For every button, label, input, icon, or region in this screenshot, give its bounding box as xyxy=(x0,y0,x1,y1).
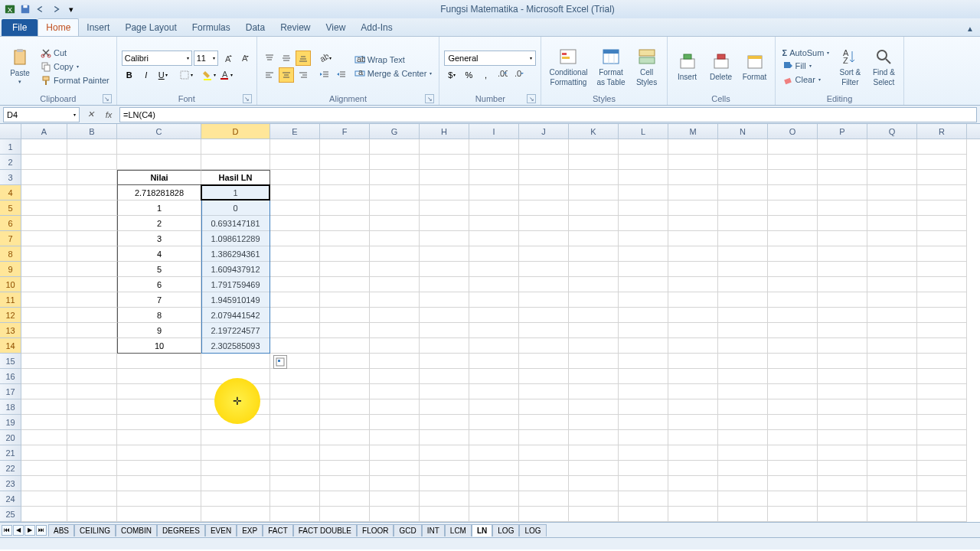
cell-O6[interactable] xyxy=(768,216,818,231)
cell-H5[interactable] xyxy=(420,201,469,216)
cell-R5[interactable] xyxy=(917,201,967,216)
cell-A10[interactable] xyxy=(21,277,67,292)
cell-A17[interactable] xyxy=(21,384,67,399)
cell-L19[interactable] xyxy=(619,415,668,430)
cell-G11[interactable] xyxy=(370,292,420,308)
cell-F4[interactable] xyxy=(320,185,370,201)
clear-button[interactable]: Clear▾ xyxy=(780,73,832,86)
sort-filter-button[interactable]: AZSort &Filter xyxy=(835,39,865,93)
cell-E8[interactable] xyxy=(270,246,320,262)
cell-J2[interactable] xyxy=(519,155,569,170)
cell-D1[interactable] xyxy=(201,139,270,155)
cell-N8[interactable] xyxy=(718,246,768,262)
cell-E6[interactable] xyxy=(270,216,320,231)
cell-N12[interactable] xyxy=(718,308,768,323)
cell-C8[interactable]: 4 xyxy=(117,246,201,262)
row-header-7[interactable]: 7 xyxy=(0,231,21,246)
increase-decimal-icon[interactable]: .00 xyxy=(495,67,510,83)
cell-E3[interactable] xyxy=(270,170,320,185)
cell-G17[interactable] xyxy=(370,384,420,399)
cell-K24[interactable] xyxy=(569,491,619,507)
col-header-G[interactable]: G xyxy=(370,124,420,139)
cell-H19[interactable] xyxy=(420,415,469,430)
cell-I16[interactable] xyxy=(469,369,519,384)
sheet-tab-exp[interactable]: EXP xyxy=(237,524,263,536)
cell-M24[interactable] xyxy=(668,491,718,507)
cell-E5[interactable] xyxy=(270,201,320,216)
cell-B18[interactable] xyxy=(67,399,117,415)
cell-D8[interactable]: 1.386294361 xyxy=(201,246,270,262)
cell-C20[interactable] xyxy=(117,430,201,445)
cell-R17[interactable] xyxy=(917,384,967,399)
cell-K19[interactable] xyxy=(569,415,619,430)
cell-G8[interactable] xyxy=(370,246,420,262)
cell-J21[interactable] xyxy=(519,445,569,461)
cell-B21[interactable] xyxy=(67,445,117,461)
cell-J11[interactable] xyxy=(519,292,569,308)
cell-B17[interactable] xyxy=(67,384,117,399)
cell-M19[interactable] xyxy=(668,415,718,430)
cell-R23[interactable] xyxy=(917,476,967,491)
cell-Q2[interactable] xyxy=(867,155,917,170)
align-bottom-icon[interactable] xyxy=(296,51,311,66)
cell-Q14[interactable] xyxy=(867,338,917,354)
tab-formulas[interactable]: Formulas xyxy=(185,19,238,36)
cell-N5[interactable] xyxy=(718,201,768,216)
cell-M9[interactable] xyxy=(668,262,718,277)
sheet-tab-ln[interactable]: LN xyxy=(472,524,492,536)
cell-N9[interactable] xyxy=(718,262,768,277)
cell-P3[interactable] xyxy=(818,170,867,185)
cell-P22[interactable] xyxy=(818,461,867,476)
cell-P9[interactable] xyxy=(818,262,867,277)
cell-I7[interactable] xyxy=(469,231,519,246)
cell-N21[interactable] xyxy=(718,445,768,461)
cell-M13[interactable] xyxy=(668,323,718,338)
qat-customize-icon[interactable]: ▾ xyxy=(64,2,78,16)
tab-addins[interactable]: Add-Ins xyxy=(353,19,400,36)
wrap-text-button[interactable]: abWrap Text xyxy=(352,54,435,66)
cell-F20[interactable] xyxy=(320,430,370,445)
cell-I21[interactable] xyxy=(469,445,519,461)
cell-G12[interactable] xyxy=(370,308,420,323)
cell-J20[interactable] xyxy=(519,430,569,445)
col-header-R[interactable]: R xyxy=(917,124,967,139)
row-header-2[interactable]: 2 xyxy=(0,155,21,170)
cell-N15[interactable] xyxy=(718,354,768,369)
cell-B16[interactable] xyxy=(67,369,117,384)
cell-A9[interactable] xyxy=(21,262,67,277)
cell-P14[interactable] xyxy=(818,338,867,354)
col-header-K[interactable]: K xyxy=(569,124,619,139)
cell-C12[interactable]: 8 xyxy=(117,308,201,323)
cell-Q17[interactable] xyxy=(867,384,917,399)
cell-O20[interactable] xyxy=(768,430,818,445)
row-header-9[interactable]: 9 xyxy=(0,262,21,277)
sheet-tab-int[interactable]: INT xyxy=(422,524,445,536)
cell-O23[interactable] xyxy=(768,476,818,491)
cell-M15[interactable] xyxy=(668,354,718,369)
cell-O18[interactable] xyxy=(768,399,818,415)
cell-J6[interactable] xyxy=(519,216,569,231)
cell-E24[interactable] xyxy=(270,491,320,507)
cell-I5[interactable] xyxy=(469,201,519,216)
cell-K15[interactable] xyxy=(569,354,619,369)
row-header-21[interactable]: 21 xyxy=(0,445,21,461)
cell-G13[interactable] xyxy=(370,323,420,338)
cell-H2[interactable] xyxy=(420,155,469,170)
cell-L21[interactable] xyxy=(619,445,668,461)
cell-H10[interactable] xyxy=(420,277,469,292)
row-header-22[interactable]: 22 xyxy=(0,461,21,476)
col-header-F[interactable]: F xyxy=(320,124,370,139)
autofill-options-icon[interactable] xyxy=(273,355,287,369)
cell-A4[interactable] xyxy=(21,185,67,201)
delete-cells-button[interactable]: Delete xyxy=(706,39,737,93)
cell-Q12[interactable] xyxy=(867,308,917,323)
cell-L22[interactable] xyxy=(619,461,668,476)
cell-B11[interactable] xyxy=(67,292,117,308)
cell-A14[interactable] xyxy=(21,338,67,354)
cell-E10[interactable] xyxy=(270,277,320,292)
cell-H6[interactable] xyxy=(420,216,469,231)
cell-F9[interactable] xyxy=(320,262,370,277)
cell-K13[interactable] xyxy=(569,323,619,338)
cell-E14[interactable] xyxy=(270,338,320,354)
cell-M23[interactable] xyxy=(668,476,718,491)
